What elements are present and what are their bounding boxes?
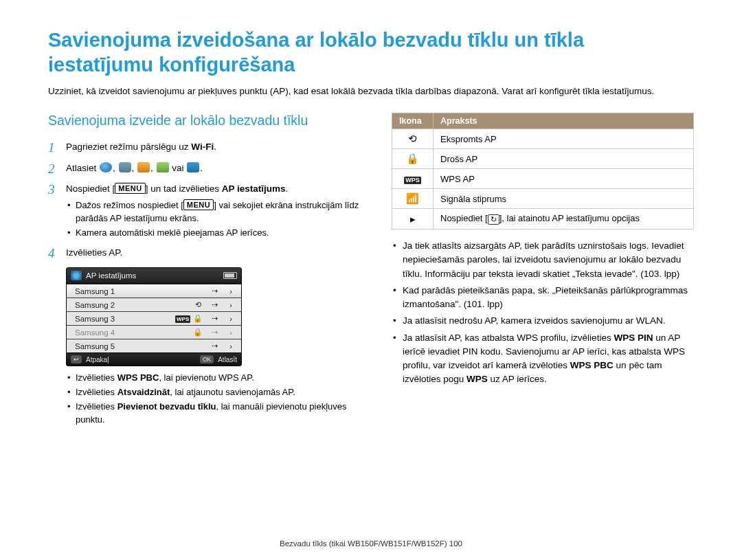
lock-icon: 🔒 [406,153,419,164]
wifi-signal-icon: ⇢ [208,314,221,323]
t: WPS PBC [117,372,159,383]
table-row: WPS WPS AP [392,169,694,189]
wifi-label: Wi-Fi [191,142,214,152]
menu-button-icon: MENU [115,183,145,194]
s3s1a: Dažos režīmos nospiediet [ [76,200,183,210]
wps-icon: WPS [404,173,421,184]
battery-icon [223,272,237,279]
footer-text: Bezvadu tīkls (tikai WB150F/WB151F/WB152… [280,539,449,548]
back-key-icon: ↩ [71,355,82,363]
t: Izvēlieties [76,401,117,412]
step4-text: Izvēlieties AP. [66,245,364,260]
ap-row[interactable]: Samsung 5 ⇢ › [67,339,241,352]
chevron-right-icon: › [225,342,237,350]
menu-button-icon: MENU [183,199,214,210]
intro-text: Uzziniet, kā izveidot savienojumu ar pie… [48,85,694,98]
wps-icon: WPS [175,314,188,323]
ap-row[interactable]: Samsung 1 ⇢ › [67,284,241,298]
t: ], lai atainotu AP iestatījumu opcijas [499,213,640,223]
td-desc: Drošs AP [434,149,694,169]
td-desc: WPS AP [434,169,694,189]
wifi-signal-icon: ⇢ [208,287,221,295]
lock-icon: 🔒 [192,328,204,337]
sep: , [113,163,118,173]
left-column: Savienojuma izveide ar lokālo bezvadu tī… [48,113,364,428]
ap-footer: ↩ Atpakaļ OK Atlasīt [67,352,241,366]
step-number: 2 [48,161,66,178]
ok-key-icon: OK [200,355,214,363]
share-icon [187,162,199,172]
content-columns: Savienojuma izveide ar lokālo bezvadu tī… [48,113,694,428]
person-icon [137,162,150,172]
th-icon: Ikona [392,113,434,129]
step3-sub2: Kamera automātiski meklē pieejamas AP ie… [66,227,364,240]
td-desc: Nospiediet [↻], lai atainotu AP iestatīj… [434,209,694,229]
refresh-icon: ↻ [488,214,499,225]
step-number: 4 [48,245,66,262]
ap-row[interactable]: Samsung 4 🔒 ⇢ › [67,325,241,339]
page-number: 100 [449,539,462,548]
back-label: Atpakaļ [86,356,109,363]
table-row: 🔒 Drošs AP [392,149,694,169]
chevron-right-icon: › [225,287,237,295]
t: uz AP ierīces. [488,374,547,384]
step-4: 4 Izvēlieties AP. [48,245,364,262]
table-row: ▸ Nospiediet [↻], lai atainotu AP iestat… [392,209,694,229]
wifi-signal-icon: 📶 [406,193,419,203]
ap-name: Samsung 4 [75,328,188,337]
t: , lai pievienotu WPS AP. [159,372,254,383]
t: Izvēlieties [76,387,117,397]
page-title: Savienojuma izveidošana ar lokālo bezvad… [48,27,694,78]
wifi-header-icon [71,271,82,280]
step3-a: Nospiediet [ [66,183,115,194]
chevron-right-icon: › [225,315,237,323]
ap-row[interactable]: Samsung 3 WPS 🔒 ⇢ › [67,311,241,325]
picture-icon [157,162,169,172]
rb1: Ja tiek atlasīts aizsargāts AP, tiek par… [392,239,694,281]
chevron-right-icon: › [225,328,237,337]
sep: , [132,163,137,173]
table-row: 📶 Signāla stiprums [392,189,694,209]
t: Pievienot bezvadu tīklu [117,401,216,412]
ap-row[interactable]: Samsung 2 ⟲ ⇢ › [67,298,241,311]
step3-b: ] un tad izvēlieties [146,183,222,194]
adhoc-icon: ⟲ [192,300,204,309]
ap-name: Samsung 1 [75,287,204,295]
t: Nospiediet [ [440,213,488,223]
step3-subbullets: Dažos režīmos nospiediet [MENU] vai seko… [66,199,364,240]
step1-text-a: Pagrieziet režīmu pārslēgu uz [66,142,191,152]
step-number: 3 [48,181,66,199]
wifi-signal-icon: ⇢ [208,328,221,337]
right-bullets: Ja tiek atlasīts aizsargāts AP, tiek par… [392,239,694,387]
step2-or: vai [172,163,186,173]
td-desc: Ekspromts AP [434,129,694,149]
ap-name: Samsung 2 [75,301,188,309]
t: Atsvaidzināt [117,387,170,397]
rb2: Kad parādās pieteikšanās papa, sk. „Piet… [392,284,694,312]
step2-end: . [200,163,203,173]
step-1: 1 Pagrieziet režīmu pārslēgu uz Wi-Fi. [48,139,364,157]
t: , lai atjaunotu savienojamās AP. [170,387,295,397]
rb3: Ja atlasīsit nedrošu AP, kamera izveidos… [392,314,694,328]
after-shot-bullets: Izvēlieties WPS PBC, lai pievienotu WPS … [66,372,364,426]
wifi-signal-icon: ⇢ [208,341,221,350]
step-number: 1 [48,139,66,157]
wifi-signal-icon: ⇢ [208,300,221,309]
sep: , [150,163,156,173]
ap-name: Samsung 3 [75,315,171,323]
step3-bold: AP iestatījums [222,183,286,194]
icon-description-table: Ikona Apraksts ⟲ Ekspromts AP 🔒 Drošs AP… [392,113,694,229]
step2-text-a: Atlasiet [66,163,99,173]
page-footer: Bezvadu tīkls (tikai WB150F/WB151F/WB152… [0,539,742,548]
step1-text-c: . [214,142,216,152]
t: WPS PBC [570,360,614,370]
step3-c: . [286,183,289,194]
table-row: ⟲ Ekspromts AP [392,129,694,149]
ap-name: Samsung 5 [75,342,204,350]
right-column: Ikona Apraksts ⟲ Ekspromts AP 🔒 Drošs AP… [392,113,694,428]
t: Ja atlasīsit AP, kas atbalsta WPS profil… [403,333,614,343]
ap-title: AP iestatījums [86,271,136,280]
t: WPS [466,374,488,384]
section-subtitle: Savienojuma izveide ar lokālo bezvadu tī… [48,113,364,128]
ap-header: AP iestatījums [67,268,241,284]
